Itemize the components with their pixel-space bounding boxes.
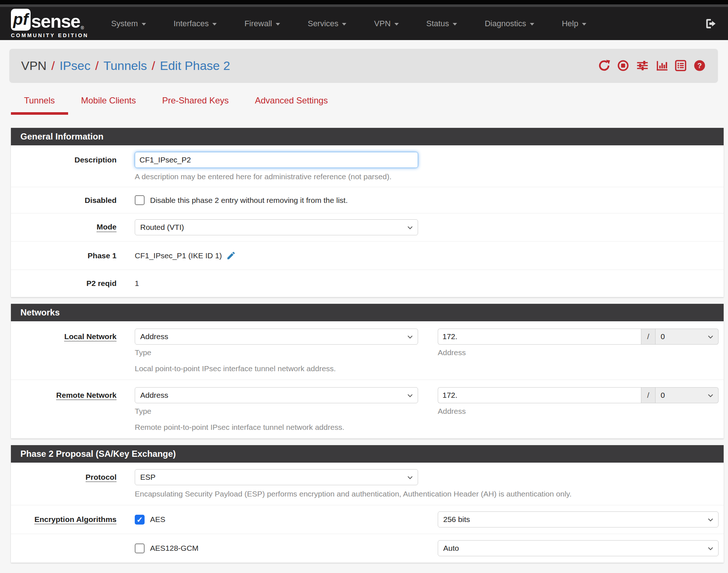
menu-diagnostics-label: Diagnostics bbox=[485, 19, 526, 28]
local-network-address-input[interactable] bbox=[438, 329, 641, 345]
p2-reqid-value: 1 bbox=[135, 279, 724, 288]
menu-services-label: Services bbox=[308, 19, 338, 28]
help-icon[interactable]: ? bbox=[693, 59, 706, 72]
remote-network-type-select[interactable]: Address bbox=[135, 387, 418, 403]
encryption-aes-row: Encryption Algorithms AES 256 bits bbox=[11, 505, 724, 534]
local-network-label: Local Network bbox=[11, 329, 135, 373]
chevron-down-icon bbox=[582, 23, 586, 25]
general-information-header: General Information bbox=[11, 128, 724, 145]
pfsense-logo-pf: pf bbox=[11, 9, 31, 31]
breadcrumb-separator: / bbox=[51, 59, 55, 73]
mode-select[interactable]: Routed (VTI) bbox=[135, 219, 418, 235]
remote-network-cidr-select[interactable]: 0 bbox=[656, 387, 719, 403]
local-network-address-help: Address bbox=[438, 348, 719, 357]
aes-label[interactable]: AES bbox=[150, 515, 165, 524]
breadcrumb-vpn: VPN bbox=[21, 59, 47, 73]
aes128-gcm-key-length-value: Auto bbox=[443, 544, 459, 553]
encryption-algorithms-label: Encryption Algorithms bbox=[11, 515, 135, 524]
phase1-value: CF1_IPsec_P1 (IKE ID 1) bbox=[135, 251, 222, 260]
sign-out-icon[interactable] bbox=[705, 17, 717, 30]
breadcrumb-edit-phase-2[interactable]: Edit Phase 2 bbox=[160, 59, 230, 73]
tab-pre-shared-keys[interactable]: Pre-Shared Keys bbox=[149, 95, 242, 115]
chevron-down-icon bbox=[453, 23, 457, 25]
disabled-row: Disabled Disable this phase 2 entry with… bbox=[11, 187, 724, 213]
cidr-separator: / bbox=[641, 387, 656, 403]
breadcrumb-ipsec-link[interactable]: IPsec bbox=[59, 59, 90, 73]
protocol-select[interactable]: ESP bbox=[135, 469, 418, 485]
protocol-row: Protocol ESP Encapsulating Security Payl… bbox=[11, 463, 724, 505]
menu-status-label: Status bbox=[426, 19, 449, 28]
breadcrumb-separator: / bbox=[95, 59, 98, 73]
protocol-help: Encapsulating Security Payload (ESP) per… bbox=[135, 490, 719, 498]
remote-network-address-input[interactable] bbox=[438, 387, 641, 403]
local-network-help: Local point-to-point IPsec interface tun… bbox=[135, 364, 719, 373]
aes128-gcm-key-length-select[interactable]: Auto bbox=[438, 540, 719, 556]
phase2-proposal-panel: Phase 2 Proposal (SA/Key Exchange) Proto… bbox=[11, 445, 724, 563]
aes-checkbox[interactable] bbox=[135, 515, 145, 525]
breadcrumb-separator: / bbox=[152, 59, 155, 73]
aes-key-length-value: 256 bits bbox=[443, 515, 470, 524]
menu-diagnostics[interactable]: Diagnostics bbox=[485, 19, 534, 28]
chevron-down-icon bbox=[394, 23, 399, 25]
chevron-down-icon bbox=[407, 335, 413, 339]
edit-pencil-icon[interactable] bbox=[226, 251, 236, 260]
chevron-down-icon bbox=[708, 518, 713, 522]
p2-reqid-label: P2 reqid bbox=[11, 279, 135, 288]
status-chart-icon[interactable] bbox=[655, 59, 668, 72]
chevron-down-icon bbox=[530, 23, 534, 25]
general-information-panel: General Information Description A descri… bbox=[11, 128, 724, 297]
svg-text:?: ? bbox=[697, 62, 702, 70]
aes128-gcm-checkbox[interactable] bbox=[135, 543, 145, 553]
cidr-separator: / bbox=[641, 329, 656, 345]
menu-help[interactable]: Help bbox=[562, 19, 586, 28]
aes128-gcm-label[interactable]: AES128-GCM bbox=[150, 544, 198, 553]
window-top-strip bbox=[0, 0, 728, 4]
refresh-icon[interactable] bbox=[598, 59, 611, 72]
local-network-row: Local Network Address Type / bbox=[11, 321, 724, 380]
menu-vpn-label: VPN bbox=[374, 19, 390, 28]
breadcrumb-tunnels-link[interactable]: Tunnels bbox=[103, 59, 147, 73]
remote-network-address-help: Address bbox=[438, 407, 719, 416]
description-input[interactable] bbox=[135, 152, 418, 168]
menu-system[interactable]: System bbox=[111, 19, 146, 28]
pfsense-logo-subtitle: COMMUNITY EDITION bbox=[11, 32, 88, 38]
aes-key-length-select[interactable]: 256 bits bbox=[438, 511, 719, 527]
local-network-type-select[interactable]: Address bbox=[135, 329, 418, 345]
page-action-icons: ? bbox=[598, 59, 706, 72]
tab-tunnels[interactable]: Tunnels bbox=[11, 95, 68, 115]
phase1-label: Phase 1 bbox=[11, 251, 135, 260]
remote-network-help: Remote point-to-point IPsec interface tu… bbox=[135, 423, 719, 432]
local-network-type-value: Address bbox=[140, 332, 168, 341]
chevron-down-icon bbox=[142, 23, 146, 25]
window-top-strip-2 bbox=[0, 4, 728, 7]
mode-select-value: Routed (VTI) bbox=[140, 223, 184, 232]
menu-help-label: Help bbox=[562, 19, 578, 28]
menu-services[interactable]: Services bbox=[308, 19, 346, 28]
disabled-checkbox[interactable] bbox=[135, 195, 145, 205]
phase2-proposal-header: Phase 2 Proposal (SA/Key Exchange) bbox=[11, 445, 724, 463]
chevron-down-icon bbox=[342, 23, 346, 25]
main-menu: System Interfaces Firewall Services VPN … bbox=[111, 19, 586, 28]
description-row: Description A description may be entered… bbox=[11, 145, 724, 187]
stop-icon[interactable] bbox=[617, 59, 630, 72]
menu-firewall[interactable]: Firewall bbox=[244, 19, 280, 28]
menu-interfaces[interactable]: Interfaces bbox=[174, 19, 217, 28]
sliders-icon[interactable] bbox=[635, 59, 649, 72]
top-navbar: pf sense ® COMMUNITY EDITION System Inte… bbox=[0, 7, 728, 40]
menu-system-label: System bbox=[111, 19, 138, 28]
remote-network-type-value: Address bbox=[140, 391, 168, 400]
protocol-label: Protocol bbox=[11, 469, 135, 498]
local-network-cidr-select[interactable]: 0 bbox=[656, 329, 719, 345]
p2-reqid-row: P2 reqid 1 bbox=[11, 270, 724, 297]
disabled-checkbox-label[interactable]: Disable this phase 2 entry without remov… bbox=[150, 196, 348, 205]
log-list-icon[interactable] bbox=[674, 59, 687, 72]
tab-mobile-clients[interactable]: Mobile Clients bbox=[68, 95, 149, 115]
remote-network-type-help: Type bbox=[135, 407, 418, 416]
menu-vpn[interactable]: VPN bbox=[374, 19, 398, 28]
pfsense-logo[interactable]: pf sense ® COMMUNITY EDITION bbox=[11, 9, 88, 38]
networks-panel: Networks Local Network Address Type bbox=[11, 304, 724, 439]
menu-status[interactable]: Status bbox=[426, 19, 457, 28]
tab-bar: Tunnels Mobile Clients Pre-Shared Keys A… bbox=[11, 95, 717, 115]
tab-advanced-settings[interactable]: Advanced Settings bbox=[242, 95, 341, 115]
chevron-down-icon bbox=[407, 226, 413, 229]
